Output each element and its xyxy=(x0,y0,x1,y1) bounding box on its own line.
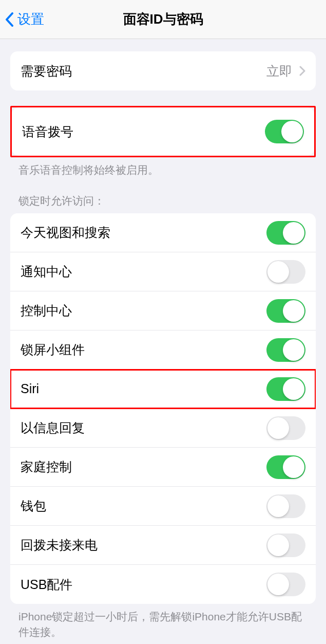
lock-access-label: 通知中心 xyxy=(21,263,72,280)
lock-access-toggle[interactable] xyxy=(266,299,305,323)
back-button[interactable]: 设置 xyxy=(0,10,44,28)
content: 需要密码 立即 语音拨号 音乐语音控制将始终被启用。 锁定时允许访问： 今天视图… xyxy=(0,51,326,639)
voice-dial-footer: 音乐语音控制将始终被启用。 xyxy=(0,157,326,177)
lock-access-toggle[interactable] xyxy=(266,416,305,440)
lock-access-row[interactable]: 钱包 xyxy=(10,487,316,526)
lock-access-label: 家庭控制 xyxy=(21,458,72,475)
toggle-knob xyxy=(283,222,304,244)
lock-access-row[interactable]: 以信息回复 xyxy=(10,409,316,448)
lock-access-label: 锁屏小组件 xyxy=(21,341,85,358)
lock-access-row[interactable]: 通知中心 xyxy=(10,252,316,291)
lock-access-toggle[interactable] xyxy=(266,377,305,401)
voice-dial-highlight: 语音拨号 xyxy=(10,106,316,157)
lock-access-label: Siri xyxy=(21,381,39,396)
lock-access-group: 今天视图和搜索通知中心控制中心锁屏小组件Siri以信息回复家庭控制钱包回拨未接来… xyxy=(10,213,316,604)
lock-access-label: 以信息回复 xyxy=(21,419,85,436)
lock-access-label: USB配件 xyxy=(21,576,72,593)
lock-access-label: 今天视图和搜索 xyxy=(21,224,110,241)
require-passcode-value-container: 立即 xyxy=(266,63,305,80)
page-title: 面容ID与密码 xyxy=(123,10,203,28)
voice-dial-row[interactable]: 语音拨号 xyxy=(12,107,314,156)
toggle-knob xyxy=(267,495,289,517)
lock-access-toggle[interactable] xyxy=(266,260,305,284)
lock-access-row[interactable]: Siri xyxy=(10,370,316,409)
lock-access-row[interactable]: USB配件 xyxy=(10,565,316,604)
lock-access-row[interactable]: 回拨未接来电 xyxy=(10,526,316,565)
toggle-knob xyxy=(283,378,304,400)
lock-access-toggle[interactable] xyxy=(266,494,305,518)
lock-access-label: 控制中心 xyxy=(21,302,72,319)
lock-access-row[interactable]: 锁屏小组件 xyxy=(10,330,316,370)
lock-access-row[interactable]: 家庭控制 xyxy=(10,448,316,487)
lock-access-footer: iPhone锁定超过一小时后，需先解锁iPhone才能允许USB配件连接。 xyxy=(0,604,326,639)
chevron-right-icon xyxy=(299,66,305,76)
lock-access-label: 钱包 xyxy=(21,498,46,514)
lock-access-row[interactable]: 今天视图和搜索 xyxy=(10,213,316,252)
back-label: 设置 xyxy=(17,10,44,28)
toggle-knob xyxy=(281,121,303,142)
require-passcode-value: 立即 xyxy=(266,63,292,80)
lock-access-label: 回拨未接来电 xyxy=(21,537,98,554)
lock-access-row[interactable]: 控制中心 xyxy=(10,291,316,330)
header-bar: 设置 面容ID与密码 xyxy=(0,0,326,39)
voice-dial-label: 语音拨号 xyxy=(22,123,73,140)
toggle-knob xyxy=(267,261,289,283)
toggle-knob xyxy=(283,339,304,361)
toggle-knob xyxy=(283,456,304,478)
lock-access-toggle[interactable] xyxy=(266,533,305,557)
chevron-left-icon xyxy=(5,12,13,27)
lock-access-toggle[interactable] xyxy=(266,573,305,596)
require-passcode-row[interactable]: 需要密码 立即 xyxy=(10,51,316,90)
voice-dial-toggle[interactable] xyxy=(265,120,304,143)
lock-access-toggle[interactable] xyxy=(266,221,305,245)
toggle-knob xyxy=(267,535,289,556)
lock-access-toggle[interactable] xyxy=(266,455,305,479)
require-passcode-label: 需要密码 xyxy=(21,63,72,80)
lock-access-header: 锁定时允许访问： xyxy=(0,194,326,213)
lock-access-toggle[interactable] xyxy=(266,338,305,362)
toggle-knob xyxy=(267,417,289,439)
toggle-knob xyxy=(283,300,304,322)
passcode-group: 需要密码 立即 xyxy=(10,51,316,90)
toggle-knob xyxy=(267,574,289,595)
